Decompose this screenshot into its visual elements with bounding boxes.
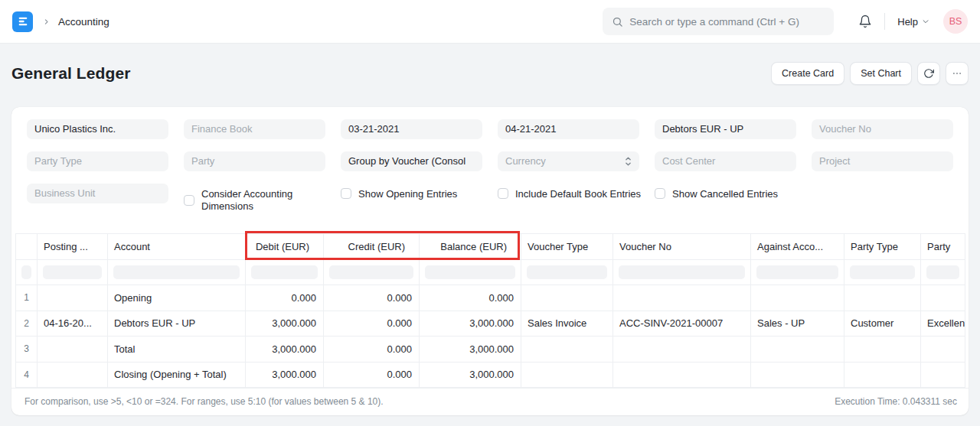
column-header-voucher-type[interactable]: Voucher Type [521,234,613,260]
column-header-against-account[interactable]: Against Acco... [751,234,844,260]
row-number: 1 [16,285,38,311]
refresh-icon [923,68,934,79]
cell-posting-date [38,362,108,388]
cell-party-type [844,362,921,388]
account-filter[interactable]: Debtors EUR - UP [655,119,796,139]
global-search-input[interactable]: Search or type a command (Ctrl + G) [603,8,834,35]
more-menu-button[interactable] [946,62,969,85]
page-title: General Ledger [11,64,130,83]
column-filter-against-account[interactable] [756,265,838,279]
column-header-account[interactable]: Account [108,234,246,260]
column-filter-posting-date[interactable] [43,265,102,279]
column-filter-voucher-type[interactable] [527,265,607,279]
select-chevrons-icon [625,156,632,167]
cell-party-type [844,285,921,311]
filter-hint: For comparison, use >5, <10 or =324. For… [24,396,384,407]
currency-select[interactable]: Currency [498,151,639,171]
cell-balance: 0.000 [420,285,521,311]
column-filter-row-number[interactable] [21,265,31,279]
breadcrumb[interactable]: Accounting [58,16,109,28]
cell-credit: 0.000 [324,285,420,311]
cell-voucher-no [613,337,751,363]
row-number: 4 [16,362,38,388]
create-card-button[interactable]: Create Card [771,62,844,85]
cell-credit: 0.000 [324,362,420,388]
cell-voucher-no [613,362,751,388]
group-by-select[interactable]: Group by Voucher (Consol [341,151,482,171]
consider-accounting-dimensions-checkbox[interactable]: Consider Accounting Dimensions [184,188,325,213]
party-type-filter[interactable]: Party Type [27,151,168,171]
chevron-down-icon [922,18,929,25]
table-row: 204-16-20...Debtors EUR - UP3,000.0000.0… [16,311,965,337]
navbar: Accounting Search or type a command (Ctr… [0,0,980,44]
cell-debit: 3,000.000 [246,311,324,337]
cell-against-account [751,362,844,388]
finance-book-filter[interactable]: Finance Book [184,119,325,139]
column-header-posting-date[interactable]: Posting ... [38,234,108,260]
cell-posting-date: 04-16-20... [38,311,108,337]
cell-against-account [751,285,844,311]
column-filter-debit[interactable] [251,265,318,279]
cell-account: Total [108,337,246,363]
cell-debit: 3,000.000 [246,337,324,363]
column-header-row-number [16,234,38,260]
cell-debit: 3,000.000 [246,362,324,388]
cell-balance: 3,000.000 [420,337,521,363]
column-filter-balance[interactable] [425,265,515,279]
refresh-button[interactable] [917,62,940,85]
show-opening-entries-checkbox[interactable]: Show Opening Entries [341,184,482,203]
app-logo[interactable] [12,11,33,32]
help-menu[interactable]: Help [897,16,929,28]
party-filter[interactable]: Party [184,151,325,171]
column-filter-voucher-no[interactable] [619,265,745,279]
column-header-voucher-no[interactable]: Voucher No [613,234,751,260]
report-card: Unico Plastics Inc. Finance Book 03-21-2… [11,107,969,415]
cell-account: Debtors EUR - UP [108,311,246,337]
cell-against-account: Sales - UP [751,311,844,337]
navbar-divider [884,13,885,30]
cell-voucher-type [521,362,613,388]
column-filter-account[interactable] [113,265,240,279]
notifications-bell-icon[interactable] [858,15,872,28]
search-icon [612,16,623,28]
company-filter[interactable]: Unico Plastics Inc. [27,119,168,139]
erpnext-logo-icon [17,15,29,28]
ellipsis-icon [952,68,962,79]
cell-party-type: Customer [844,311,921,337]
column-filter-party[interactable] [926,265,959,279]
avatar[interactable]: BS [943,9,968,34]
cell-posting-date [38,285,108,311]
from-date-filter[interactable]: 03-21-2021 [341,119,482,139]
to-date-filter[interactable]: 04-21-2021 [498,119,639,139]
annotation-highlight-box [245,231,520,260]
table-row: 4Closing (Opening + Total)3,000.0000.000… [16,362,965,388]
show-cancelled-entries-checkbox[interactable]: Show Cancelled Entries [655,184,796,203]
cell-party [921,362,965,388]
cell-debit: 0.000 [246,285,324,311]
column-header-party[interactable]: Party [921,234,965,260]
checkbox-icon [655,188,665,199]
search-placeholder: Search or type a command (Ctrl + G) [629,16,799,28]
cell-party: Excellen [921,311,965,337]
business-unit-filter[interactable]: Business Unit [27,184,168,203]
checkbox-icon [184,195,194,206]
column-filter-party-type[interactable] [850,265,915,279]
cell-posting-date [38,337,108,363]
set-chart-button[interactable]: Set Chart [850,62,912,85]
column-filter-credit[interactable] [329,265,413,279]
checkbox-icon [498,188,508,199]
cost-center-filter[interactable]: Cost Center [655,151,796,171]
cell-balance: 3,000.000 [420,362,521,388]
column-header-party-type[interactable]: Party Type [844,234,921,260]
cell-credit: 0.000 [324,337,420,363]
project-filter[interactable]: Project [812,151,953,171]
cell-party [921,337,965,363]
include-default-book-entries-checkbox[interactable]: Include Default Book Entries [498,184,639,203]
cell-account: Closing (Opening + Total) [108,362,246,388]
cell-party-type [844,337,921,363]
execution-time: Execution Time: 0.043311 sec [835,396,957,407]
cell-balance: 3,000.000 [420,311,521,337]
voucher-no-filter[interactable]: Voucher No [812,119,953,139]
cell-voucher-type: Sales Invoice [521,311,613,337]
cell-against-account [751,337,844,363]
